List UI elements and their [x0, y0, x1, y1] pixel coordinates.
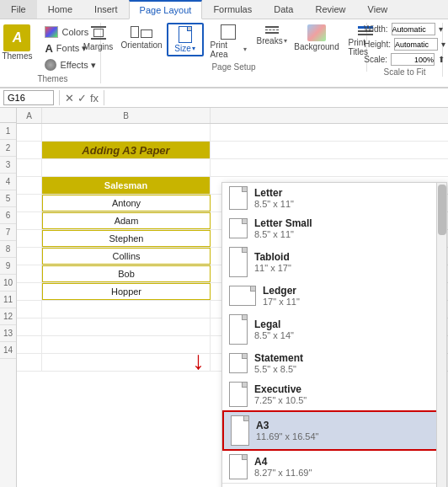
- row-header-12: 12: [0, 308, 16, 325]
- statement-text: Statement 5.5" x 8.5": [254, 352, 303, 374]
- row-header-13: 13: [0, 325, 16, 342]
- confirm-formula-icon[interactable]: ✓: [77, 92, 87, 104]
- cell-2a[interactable]: [17, 142, 42, 158]
- print-area-label: Print Area: [211, 40, 243, 59]
- formula-input[interactable]: [109, 93, 445, 103]
- cell-hopper[interactable]: Hopper: [42, 283, 211, 300]
- tab-file[interactable]: File: [0, 0, 37, 19]
- cell-14a[interactable]: [17, 354, 42, 371]
- cell-9a[interactable]: [17, 265, 42, 282]
- letter-small-text: Letter Small 8.5" x 11": [254, 217, 312, 239]
- scale-label: Scale:: [364, 55, 387, 64]
- formula-separator: [59, 90, 60, 105]
- row-header-4: 4: [0, 174, 16, 190]
- margins-label: Margins: [83, 42, 114, 51]
- ribbon: File Home Insert Page Layout Formulas Da…: [0, 0, 448, 88]
- dropdown-item-tabloid[interactable]: Tabloid 11" x 17": [222, 244, 446, 281]
- cell-13a[interactable]: [17, 336, 42, 353]
- cell-1b[interactable]: [42, 124, 211, 141]
- cell-11a[interactable]: [17, 301, 42, 318]
- letter-dim: 8.5" x 11": [254, 199, 294, 209]
- cell-title[interactable]: Adding A3 Paper: [42, 142, 211, 158]
- cell-10a[interactable]: [17, 283, 42, 300]
- insert-function-icon[interactable]: fx: [90, 92, 99, 104]
- cell-6a[interactable]: [17, 212, 42, 229]
- cell-bob[interactable]: Bob: [42, 265, 211, 282]
- spreadsheet-container: 1 2 3 4 5 6 7 8 9 10 11 12 13 14 A B: [0, 108, 448, 487]
- legal-name: Legal: [254, 318, 294, 330]
- background-label: Background: [294, 42, 339, 51]
- letter-small-thumb: [229, 218, 248, 238]
- a3-dim: 11.69" x 16.54": [256, 431, 318, 442]
- cell-3a[interactable]: [17, 159, 42, 176]
- cell-12b[interactable]: [42, 318, 211, 335]
- table-row: Adding A3 Paper: [17, 142, 448, 159]
- cell-4a[interactable]: [17, 177, 42, 194]
- cell-12a[interactable]: [17, 318, 42, 335]
- tab-home[interactable]: Home: [37, 0, 83, 19]
- print-area-arrow: ▾: [243, 45, 247, 53]
- size-dropdown: Letter 8.5" x 11" Letter Small 8.5" x 11…: [221, 182, 447, 487]
- width-input[interactable]: [392, 23, 435, 35]
- row-header-7: 7: [0, 224, 16, 241]
- tab-page-layout[interactable]: Page Layout: [129, 0, 203, 19]
- dropdown-item-legal[interactable]: Legal 8.5" x 14": [222, 311, 446, 348]
- tab-insert[interactable]: Insert: [83, 0, 129, 19]
- row-header-1: 1: [0, 123, 16, 140]
- letter-text: Letter 8.5" x 11": [254, 187, 294, 209]
- print-area-button[interactable]: Print Area ▾: [205, 23, 252, 61]
- name-box[interactable]: [3, 90, 54, 105]
- tabloid-name: Tabloid: [254, 251, 291, 263]
- cell-antony[interactable]: Antony: [42, 195, 211, 211]
- orientation-button[interactable]: Orientation: [119, 23, 165, 51]
- cell-5a[interactable]: [17, 195, 42, 211]
- tab-data[interactable]: Data: [263, 0, 304, 19]
- statement-dim: 5.5" x 8.5": [254, 364, 303, 374]
- cell-collins[interactable]: Collins: [42, 248, 211, 265]
- cell-7a[interactable]: [17, 230, 42, 247]
- dropdown-item-executive[interactable]: Executive 7.25" x 10.5": [222, 378, 446, 410]
- breaks-button[interactable]: Breaks ▾: [253, 23, 291, 47]
- tab-review[interactable]: Review: [304, 0, 356, 19]
- ledger-text: Ledger 17" x 11": [263, 285, 300, 307]
- size-button[interactable]: Size ▾: [167, 23, 204, 56]
- height-input[interactable]: [394, 38, 438, 51]
- tab-formulas[interactable]: Formulas: [202, 0, 263, 19]
- formula-sep2: [104, 90, 104, 105]
- row-header-11: 11: [0, 292, 16, 308]
- cell-adam[interactable]: Adam: [42, 212, 211, 229]
- formula-bar: ✕ ✓ fx: [0, 88, 448, 108]
- cancel-formula-icon[interactable]: ✕: [65, 92, 74, 104]
- cell-3b[interactable]: [42, 159, 211, 176]
- themes-button[interactable]: A Themes: [0, 23, 38, 62]
- letter-thumb: [229, 186, 248, 210]
- size-arrow: ▾: [192, 45, 195, 52]
- dropdown-item-ledger[interactable]: Ledger 17" x 11": [222, 281, 446, 311]
- dropdown-item-letter-small[interactable]: Letter Small 8.5" x 11": [222, 213, 446, 244]
- cell-1a[interactable]: [17, 124, 42, 141]
- dropdown-item-a3[interactable]: A3 11.69" x 16.54": [222, 410, 446, 451]
- scale-input[interactable]: [391, 53, 435, 66]
- dropdown-scrollbar[interactable]: [436, 183, 446, 487]
- a4-dim: 8.27" x 11.69": [254, 468, 312, 478]
- effects-label: Effects ▾: [60, 60, 95, 71]
- cell-13b[interactable]: [42, 336, 211, 353]
- executive-text: Executive 7.25" x 10.5": [254, 383, 307, 405]
- cell-stephen[interactable]: Stephen: [42, 230, 211, 247]
- letter-small-dim: 8.5" x 11": [254, 229, 312, 239]
- cell-8a[interactable]: [17, 248, 42, 265]
- dropdown-item-a4[interactable]: A4 8.27" x 11.69": [222, 451, 446, 483]
- margins-button[interactable]: Margins: [80, 23, 117, 53]
- background-button[interactable]: Background: [292, 23, 342, 53]
- dropdown-item-letter[interactable]: Letter 8.5" x 11": [222, 183, 446, 213]
- effects-icon: [45, 59, 56, 71]
- tab-view[interactable]: View: [357, 0, 399, 19]
- dropdown-item-statement[interactable]: Statement 5.5" x 8.5": [222, 348, 446, 378]
- letter-name: Letter: [254, 187, 294, 199]
- cell-header-salesman[interactable]: Salesman: [42, 177, 211, 194]
- cell-14b[interactable]: [42, 354, 211, 371]
- letter-small-name: Letter Small: [254, 217, 312, 229]
- statement-name: Statement: [254, 352, 303, 364]
- scrollbar-thumb[interactable]: [438, 185, 446, 235]
- cell-11b[interactable]: [42, 301, 211, 318]
